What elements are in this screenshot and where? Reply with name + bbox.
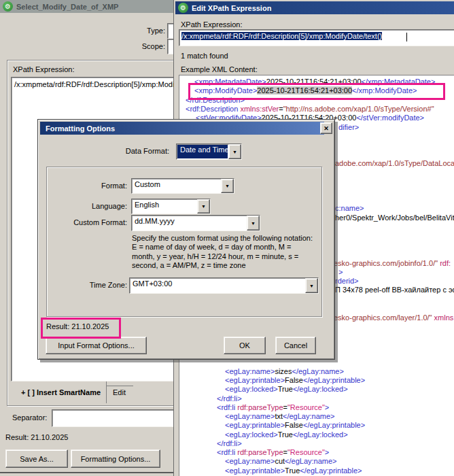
chevron-down-icon[interactable]: ▼ [197, 199, 210, 214]
xml-line: <egLay:printable>False</egLay:printable> [225, 376, 365, 384]
xpath-expression-input[interactable]: /x:xmpmeta/rdf:RDF/rdf:Description[5]/xm… [179, 29, 454, 46]
close-icon[interactable]: ✕ [320, 122, 332, 134]
right-window-title: Edit XPath Expression [192, 4, 271, 12]
xml-line: <xmp:ModifyDate>2025-10-21T16:54:21+03:0… [194, 86, 417, 95]
data-format-select[interactable]: Date and Time ▼ [176, 143, 242, 160]
xml-line: adobe.com/xap/1.0/sType/DataLocat [335, 159, 454, 167]
match-status: 1 match found [181, 52, 228, 60]
xml-line: П 34x78 peel-off BB-хайлайтер с эф [335, 286, 454, 294]
xml-line: <rdf:Description xmlns:stVer="http://ns.… [186, 105, 434, 113]
gear-icon: ⚙ [3, 1, 13, 12]
xml-line: <egLay:name>sizes</egLay:name> [225, 367, 344, 375]
help-text-line: Specify the custom format using the foll… [132, 234, 313, 243]
xpath-expression-label: XPath Expression: [181, 20, 243, 29]
language-label: Language: [59, 202, 127, 210]
gear-icon: ⚙ [178, 3, 188, 13]
language-select[interactable]: English ▼ [131, 199, 211, 214]
xml-line: <egLay:locked>True</egLay:locked> [225, 385, 348, 393]
xpath-editor-text: /x:xmpmeta/rdf:RDF/rdf:Description[5]/xm… [14, 80, 174, 88]
chevron-down-icon[interactable]: ▼ [221, 179, 234, 193]
xml-line: <egLay:locked>True</egLay:locked> [225, 430, 348, 439]
custom-format-label: Custom Format: [59, 218, 127, 226]
xml-line: difier> [338, 123, 359, 131]
dialog-result-value: 21.10.2025 [71, 322, 109, 330]
left-result-value: 21.10.2025 [31, 433, 68, 441]
formatting-options-button[interactable]: Formatting Options... [71, 449, 160, 468]
xml-line: <xmp:MetadataDate>2025-10-21T16:54:21+03… [194, 78, 435, 86]
xml-line: <egLay:name>cut</egLay:name> [225, 457, 337, 465]
example-xml-label: Example XML Content: [181, 65, 258, 73]
right-window-titlebar[interactable]: ⚙ Edit XPath Expression [175, 1, 454, 14]
format-label: Format: [59, 182, 127, 190]
separator-label: Separator: [12, 413, 47, 422]
xml-line: <rdf:li rdf:parseType="Resource"> [217, 448, 329, 456]
text-cursor [406, 33, 407, 41]
chevron-down-icon[interactable]: ▼ [228, 144, 241, 159]
chevron-down-icon[interactable]: ▼ [305, 278, 318, 293]
left-window-titlebar[interactable]: ⚙ Select_Modify_Date_of_XMP [0, 0, 174, 13]
scope-label: Scope: [102, 42, 165, 50]
xml-line: </rdf:Description> [186, 96, 245, 104]
input-format-options-button[interactable]: Input Format Options... [46, 337, 147, 354]
xml-line: > [338, 268, 343, 276]
xml-line: </rdf:li> [217, 394, 242, 403]
dialog-result-row: Result: 21.10.2025 [46, 322, 109, 330]
xml-line: rderid> [335, 277, 359, 285]
help-text-line: second, a = AM/PM, z = time zone [132, 261, 246, 271]
type-label: Type: [102, 27, 165, 35]
time-zone-select[interactable]: GMT+03:00 ▼ [129, 277, 319, 294]
language-value: English [132, 199, 197, 214]
time-zone-value: GMT+03:00 [130, 278, 305, 293]
dialog-title: Formatting Options [46, 124, 115, 133]
xml-line: <egLay:printable>True</egLay:printable> [225, 466, 362, 475]
xml-line: c:name> [335, 204, 364, 212]
chevron-down-icon[interactable]: ▼ [247, 216, 260, 231]
dialog-titlebar[interactable]: Formatting Options [40, 122, 324, 135]
data-format-label: Data Format: [79, 147, 169, 155]
edit-tab-topline [106, 386, 133, 386]
dialog-result-label: Result: [46, 322, 69, 330]
separator-input[interactable] [52, 409, 174, 427]
time-zone-label: Time Zone: [59, 281, 127, 289]
insert-smartname-tab[interactable]: + [ ] Insert SmartName [21, 388, 101, 396]
format-select[interactable]: Custom ▼ [131, 178, 234, 194]
xml-line: her0/Spektr_Work/Jobs/bel/BelitaVite [335, 214, 454, 222]
xpath-selected-text: /x:xmpmeta/rdf:RDF/rdf:Description[5]/xm… [181, 32, 382, 40]
left-result-label: Result: [5, 433, 29, 441]
data-format-value: Date and Time [177, 145, 228, 158]
help-text-line: E = name of day of week, d = day of mont… [132, 243, 292, 252]
custom-format-combo[interactable]: dd.MM.yyyy ▼ [131, 215, 260, 231]
cancel-button[interactable]: Cancel [275, 337, 316, 354]
dialog-formatting-options: Formatting Options ✕ Data Format: Date a… [37, 119, 335, 360]
xml-line: esko-graphics.com/jobinfo/1.0/" rdf: [334, 259, 451, 267]
save-as-button[interactable]: Save As... [5, 449, 68, 468]
tab-edit[interactable]: Edit [113, 388, 126, 396]
xml-line: <egLay:name>txt</egLay:name> [225, 412, 334, 420]
xml-line: </rdf:li> [217, 439, 242, 447]
xml-line: <egLay:printable>False</egLay:printable> [225, 421, 365, 429]
format-groupbox: Format: Custom ▼ Language: English ▼ Cus… [46, 167, 322, 317]
xml-line: <rdf:li rdf:parseType="Resource"> [217, 403, 329, 411]
left-window-title: Select_Modify_Date_of_XMP [16, 3, 118, 11]
xml-line: esko-graphics.com/layer/1.0/" xmlns [334, 313, 453, 322]
format-value: Custom [132, 179, 221, 193]
custom-format-value: dd.MM.yyyy [132, 216, 247, 231]
tab-divider [106, 381, 107, 403]
xpath-group-label: XPath Expression: [13, 65, 75, 73]
left-result-row: Result: 21.10.2025 [5, 433, 68, 441]
ok-button[interactable]: OK [224, 337, 266, 354]
help-text-line: month, y = year, h/H = 12/24 hour, m = m… [132, 252, 298, 262]
